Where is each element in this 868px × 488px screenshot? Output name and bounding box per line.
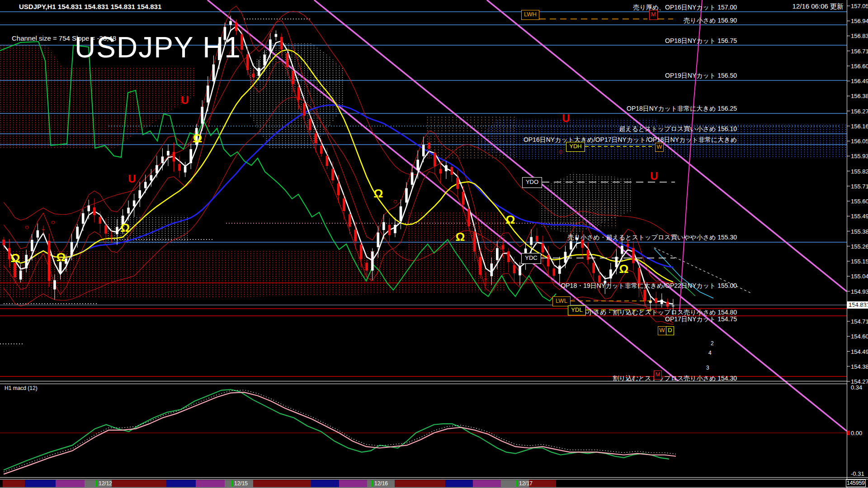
session-bar-segment <box>253 480 311 487</box>
level-box-m: M <box>649 10 658 20</box>
sell-marker-icon: U <box>181 94 189 107</box>
session-bar-segment <box>112 480 166 487</box>
chart-window: USDJPY,H1 154.831 154.831 154.831 154.83… <box>0 0 868 488</box>
price-axis-label: 156.270 <box>851 108 868 115</box>
level-box-lwh: LWH <box>521 10 539 20</box>
quote-line: USDJPY,H1 154.831 154.831 154.831 154.83… <box>19 3 161 10</box>
session-bar-segment <box>445 480 473 487</box>
level-box-ydl: YDL <box>568 305 586 315</box>
session-bar-segment <box>196 480 225 487</box>
op-annotation: 割り込むとストップロス売り小さめ 154.30 <box>613 375 737 383</box>
price-axis-label: 154.930 <box>851 288 868 295</box>
session-bar-segment <box>339 480 367 487</box>
price-axis-label: 154.490 <box>851 348 868 355</box>
level-box-w: W <box>658 326 666 335</box>
buy-marker-icon: Ω <box>506 213 515 227</box>
price-axis-label: 154.600 <box>851 333 868 340</box>
price-axis-label: 156.495 <box>851 78 868 84</box>
session-bar-segment <box>166 480 196 487</box>
macd-title: H1 macd (12) <box>5 385 38 391</box>
time-axis-date: 12/15 <box>231 480 248 487</box>
session-bar-segment <box>395 480 445 487</box>
op-annotation: 売り小さめ・超えるとストップロス買いやや小さめ 155.30 <box>568 234 737 242</box>
price-axis-label: 156.940 <box>851 18 868 24</box>
session-bar-segment <box>529 480 556 487</box>
price-axis-label: 156.050 <box>851 138 868 145</box>
time-axis-date: 12/16 <box>372 480 388 487</box>
price-axis-label: 156.385 <box>851 93 868 99</box>
level-box-ydo: YDO <box>522 177 542 188</box>
buy-marker-icon: Ω <box>121 221 130 235</box>
price-axis-label: 154.710 <box>851 318 868 325</box>
price-axis-label: 154.820 <box>851 303 868 310</box>
price-axis-label: 155.935 <box>851 153 868 160</box>
sell-marker-icon: U <box>128 173 136 185</box>
buy-marker-icon: Ω <box>193 131 203 145</box>
session-bar-segment <box>311 480 339 487</box>
price-axis-label: 156.160 <box>851 123 868 130</box>
level-box-w: W <box>655 143 664 152</box>
buy-marker-icon: Ω <box>57 250 66 264</box>
price-axis-label: 156.830 <box>851 33 868 39</box>
op-annotation: OP18日NYカット非常に大きめ 156.25 <box>627 105 737 113</box>
price-axis-label: 156.715 <box>851 48 868 55</box>
price-axis-label: 156.605 <box>851 63 868 70</box>
corner-value: 145959 <box>846 479 866 487</box>
circle-marker-icon: ○ <box>51 218 55 226</box>
op-annotation: 売り厚め、OP16日NYカット 157.00 <box>633 4 737 12</box>
update-timestamp: 12/16 06:06 更新 <box>793 2 844 11</box>
session-bar-segment <box>3 480 25 487</box>
macd-zero-label: 0.00 <box>851 430 862 436</box>
watermark: USDJPY H1 <box>75 31 241 64</box>
op-annotation: OP18・19日NYカット非常に大きめ/OP22日NYカット 155.00 <box>561 282 737 290</box>
op-annotation: OP18日NYカット 156.75 <box>665 37 737 45</box>
session-bar-segment <box>473 480 501 487</box>
wave-count-label: 4 <box>708 350 712 356</box>
level-box-d: D <box>666 326 674 335</box>
macd-min-label: -0.31 <box>851 470 864 477</box>
chart-canvas <box>0 0 868 488</box>
level-box-lwl: LWL <box>552 296 571 306</box>
circle-marker-icon: ○ <box>558 148 563 156</box>
price-axis-label: 155.380 <box>851 228 868 235</box>
session-bar-segment <box>56 480 85 487</box>
level-box-ydh: YDH <box>566 142 585 152</box>
level-box-ydc: YDC <box>521 253 541 264</box>
price-axis-label: 154.380 <box>851 363 868 370</box>
price-axis-label: 155.600 <box>851 198 868 205</box>
level-box-m: M <box>654 371 662 380</box>
circle-marker-icon: ○ <box>24 223 29 231</box>
op-annotation: 超えるとストップロス買い小さめ 156.10 <box>619 125 737 133</box>
sell-marker-icon: U <box>562 112 570 125</box>
time-axis-date: 12/12 <box>96 480 112 487</box>
buy-marker-icon: Ω <box>619 262 629 276</box>
buy-marker-icon: Ω <box>11 251 20 265</box>
op-annotation: OP17日NYカット 154.75 <box>665 315 737 324</box>
price-axis-label: 157.050 <box>851 3 868 9</box>
sell-marker-icon: U <box>650 170 658 183</box>
price-axis-label: 155.715 <box>851 183 868 190</box>
wave-count-label: 3 <box>706 365 709 371</box>
op-annotation: 売り小さめ 156.90 <box>684 17 737 25</box>
price-axis-label: 155.045 <box>851 273 868 280</box>
circle-marker-icon: ○ <box>393 197 397 206</box>
buy-marker-icon: Ω <box>456 230 465 244</box>
price-axis-label: 155.155 <box>851 258 868 265</box>
price-axis-label: 155.265 <box>851 243 868 250</box>
wave-count-label: 2 <box>711 340 714 347</box>
price-axis-label: 155.825 <box>851 168 868 175</box>
op-annotation: OP16日NYカット大きめ/OP17日NYカット/OP18日NYカット非常に大き… <box>524 136 737 144</box>
price-axis-label: 155.490 <box>851 213 868 220</box>
op-annotation: OP19日NYカット 156.50 <box>665 72 737 80</box>
buy-marker-icon: Ω <box>374 187 383 201</box>
session-bar-segment <box>25 480 56 487</box>
time-axis-date: 12/17 <box>516 480 533 487</box>
macd-max-label: 0.34 <box>851 384 862 391</box>
